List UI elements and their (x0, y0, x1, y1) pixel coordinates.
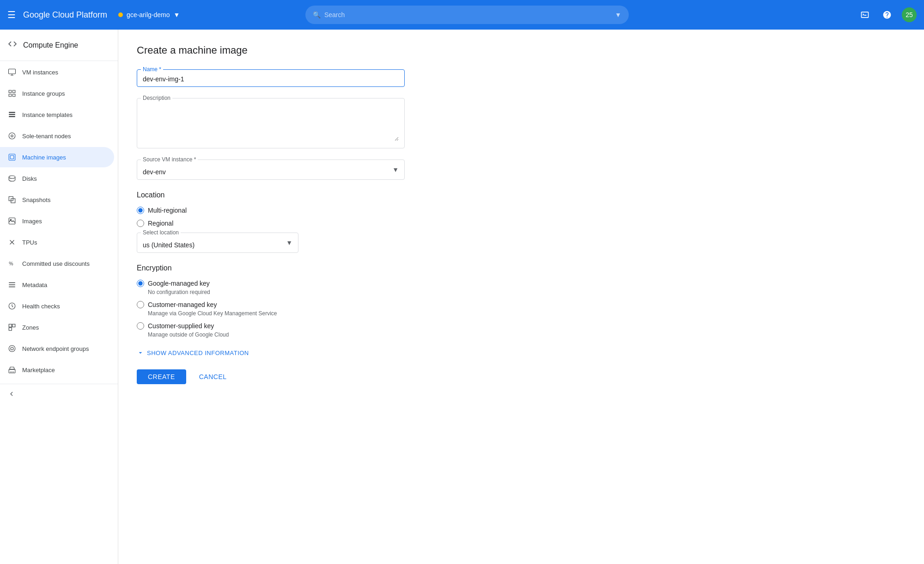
project-dropdown-icon: ▼ (173, 11, 180, 18)
source-vm-select[interactable]: dev-env (143, 168, 399, 176)
sidebar-item-marketplace[interactable]: Marketplace (0, 360, 114, 380)
sidebar-item-disks[interactable]: Disks (0, 168, 114, 189)
search-input[interactable] (324, 11, 611, 18)
committed-use-icon: % (7, 259, 17, 268)
customer-supplied-sublabel: Manage outside of Google Cloud (148, 331, 405, 338)
customer-managed-radio[interactable] (137, 301, 144, 308)
svg-point-8 (9, 176, 15, 178)
svg-text:%: % (9, 261, 13, 266)
multi-regional-label: Multi-regional (148, 207, 187, 214)
page-title: Create a machine image (137, 44, 906, 56)
sidebar-item-instance-groups[interactable]: Instance groups (0, 83, 114, 104)
disks-icon (7, 174, 17, 183)
select-location-field: Select location us (United States) ▼ (137, 233, 298, 253)
nav-actions: 25 (857, 7, 917, 22)
collapse-button[interactable] (7, 390, 110, 398)
sidebar-item-committed-use[interactable]: % Committed use discounts (0, 253, 114, 274)
sidebar-item-label: Health checks (22, 303, 60, 310)
health-checks-icon (7, 301, 17, 311)
svg-point-22 (11, 347, 13, 350)
help-icon[interactable] (880, 7, 894, 22)
create-button[interactable]: CREATE (137, 369, 186, 384)
show-advanced-label: SHOW ADVANCED INFORMATION (147, 349, 249, 356)
instance-groups-icon (7, 89, 17, 98)
metadata-icon (7, 280, 17, 289)
google-managed-sublabel: No configuration required (148, 289, 405, 295)
sidebar-item-sole-tenant[interactable]: Sole-tenant nodes (0, 126, 114, 146)
source-vm-label: Source VM instance * (141, 156, 198, 163)
sidebar-item-vm-instances[interactable]: VM instances (0, 62, 114, 82)
sidebar-nav: VM instances Instance groups Instance te… (0, 62, 118, 380)
sidebar-item-tpus[interactable]: TPUs (0, 232, 114, 252)
sidebar-item-label: Snapshots (22, 196, 50, 203)
user-avatar[interactable]: 25 (902, 7, 917, 22)
sidebar-item-label: Images (22, 218, 42, 225)
sidebar-item-metadata[interactable]: Metadata (0, 275, 114, 295)
hamburger-menu[interactable]: ☰ (7, 9, 16, 20)
svg-rect-16 (9, 287, 15, 288)
cancel-button[interactable]: CANCEL (192, 369, 234, 384)
location-title: Location (137, 191, 405, 199)
google-managed-option[interactable]: Google-managed key (137, 280, 405, 287)
regional-label: Regional (148, 220, 173, 227)
top-nav: ☰ Google Cloud Platform gce-arilg-demo ▼… (0, 0, 924, 30)
sidebar-item-network-endpoint[interactable]: Network endpoint groups (0, 338, 114, 359)
sidebar-footer (0, 384, 118, 404)
show-advanced-button[interactable]: SHOW ADVANCED INFORMATION (137, 349, 405, 356)
name-input[interactable] (143, 75, 399, 83)
sidebar-item-zones[interactable]: Zones (0, 317, 114, 337)
sidebar: Compute Engine VM instances Instance gro… (0, 30, 118, 564)
sidebar-item-label: Disks (22, 175, 37, 182)
sidebar-item-label: Metadata (22, 282, 47, 288)
regional-radio[interactable] (137, 220, 144, 227)
search-bar[interactable]: 🔍 ▼ (305, 6, 629, 24)
svg-point-4 (9, 133, 15, 139)
google-managed-radio[interactable] (137, 280, 144, 287)
customer-managed-option[interactable]: Customer-managed key (137, 301, 405, 308)
search-dropdown-icon[interactable]: ▼ (615, 11, 621, 18)
compute-engine-icon (7, 39, 18, 51)
sidebar-item-images[interactable]: Images (0, 211, 114, 231)
select-location-label: Select location (141, 229, 181, 236)
select-location-select[interactable]: us (United States) (143, 241, 292, 249)
svg-rect-7 (10, 155, 14, 159)
project-selector[interactable]: gce-arilg-demo ▼ (118, 11, 180, 18)
name-text-field: Name * (137, 69, 405, 87)
sidebar-item-label: Network endpoint groups (22, 345, 89, 352)
google-managed-label: Google-managed key (148, 280, 210, 287)
svg-rect-14 (9, 282, 15, 283)
sidebar-item-snapshots[interactable]: Snapshots (0, 190, 114, 210)
machine-images-icon (7, 153, 17, 162)
sidebar-item-label: Instance groups (22, 90, 65, 97)
location-section: Location Multi-regional Regional Select … (137, 191, 405, 253)
regional-option[interactable]: Regional (137, 220, 405, 227)
project-name: gce-arilg-demo (127, 11, 170, 18)
sidebar-item-machine-images[interactable]: Machine images (0, 147, 114, 167)
multi-regional-radio[interactable] (137, 207, 144, 214)
sidebar-item-label: VM instances (22, 69, 58, 76)
sidebar-item-label: Marketplace (22, 367, 55, 374)
svg-rect-19 (12, 324, 15, 327)
sidebar-item-instance-templates[interactable]: Instance templates (0, 104, 114, 125)
source-vm-field-group: Source VM instance * dev-env ▼ (137, 159, 405, 180)
terminal-icon[interactable] (857, 7, 872, 22)
project-dot (118, 12, 123, 17)
customer-supplied-radio[interactable] (137, 322, 144, 330)
description-textarea[interactable] (143, 104, 399, 141)
create-form: Name * Description Source VM instance * … (137, 69, 405, 384)
svg-point-23 (11, 371, 12, 372)
sole-tenant-icon (7, 131, 17, 141)
sidebar-item-health-checks[interactable]: Health checks (0, 296, 114, 316)
multi-regional-option[interactable]: Multi-regional (137, 207, 405, 214)
customer-managed-sublabel: Manage via Google Cloud Key Management S… (148, 310, 405, 317)
customer-supplied-option[interactable]: Customer-supplied key (137, 322, 405, 330)
network-endpoint-icon (7, 344, 17, 353)
svg-point-24 (12, 371, 13, 372)
name-field-group: Name * (137, 69, 405, 87)
images-icon (7, 216, 17, 226)
location-radio-group: Multi-regional Regional (137, 207, 405, 227)
app-logo: Google Cloud Platform (23, 10, 107, 20)
location-select-wrap: Select location us (United States) ▼ (137, 233, 405, 253)
main-content: Create a machine image Name * Descriptio… (118, 30, 924, 564)
svg-rect-6 (9, 154, 15, 160)
